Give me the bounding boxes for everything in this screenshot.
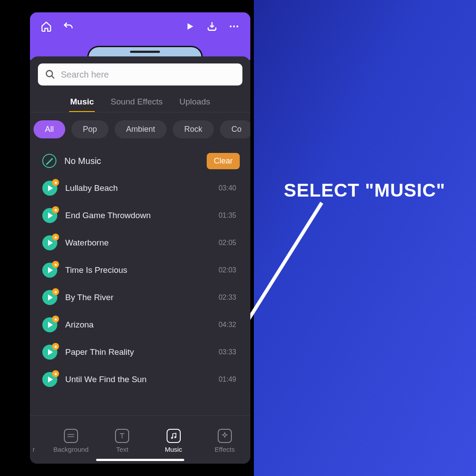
track-row[interactable]: ★ Waterborne 02:05 xyxy=(42,229,242,257)
top-toolbar xyxy=(30,12,250,41)
bottom-nav: r Background Text Music xyxy=(30,415,250,464)
music-sheet: Music Sound Effects Uploads All Pop Ambi… xyxy=(30,56,250,464)
undo-icon[interactable] xyxy=(62,20,75,33)
track-row[interactable]: ★ Lullaby Beach 03:40 xyxy=(42,175,242,202)
tab-sound-effects[interactable]: Sound Effects xyxy=(110,93,164,112)
phone-frame: Music Sound Effects Uploads All Pop Ambi… xyxy=(30,12,250,464)
no-music-row[interactable]: No Music Clear xyxy=(42,147,242,175)
info-panel xyxy=(254,0,476,476)
track-duration: 04:32 xyxy=(219,321,242,329)
play-track-icon[interactable]: ★ xyxy=(42,263,57,278)
track-row[interactable]: ★ Time Is Precious 02:03 xyxy=(42,257,242,284)
genre-chips: All Pop Ambient Rock Co xyxy=(30,112,250,142)
no-music-label: No Music xyxy=(64,156,199,166)
effects-icon xyxy=(218,429,232,443)
callout-text: SELECT "MUSIC" xyxy=(284,180,446,201)
tab-music[interactable]: Music xyxy=(69,93,95,112)
home-icon[interactable] xyxy=(40,20,53,33)
play-track-icon[interactable]: ★ xyxy=(42,345,57,360)
nav-effects[interactable]: Effects xyxy=(199,429,250,453)
track-row[interactable]: ★ Paper Thin Reality 03:33 xyxy=(42,338,242,366)
track-title: Time Is Precious xyxy=(65,265,211,275)
tab-uploads[interactable]: Uploads xyxy=(178,93,211,112)
nav-label: Background xyxy=(53,446,89,453)
play-icon[interactable] xyxy=(183,20,197,33)
clear-button[interactable]: Clear xyxy=(207,153,240,169)
track-row[interactable]: ★ Arizona 04:32 xyxy=(42,311,242,338)
chip-ambient[interactable]: Ambient xyxy=(115,120,167,138)
track-duration: 02:33 xyxy=(219,294,242,301)
play-track-icon[interactable]: ★ xyxy=(42,372,57,387)
track-list: No Music Clear ★ Lullaby Beach 03:40 ★ E… xyxy=(30,142,250,415)
nav-label: Music xyxy=(165,446,182,453)
play-track-icon[interactable]: ★ xyxy=(42,290,57,305)
track-title: Until We Find the Sun xyxy=(65,375,211,384)
svg-point-5 xyxy=(233,26,235,27)
nav-music[interactable]: Music xyxy=(148,429,199,453)
home-indicator xyxy=(96,459,184,461)
svg-line-8 xyxy=(52,76,54,78)
nav-background[interactable]: Background xyxy=(45,429,97,453)
track-duration: 03:33 xyxy=(219,348,242,356)
download-icon[interactable] xyxy=(205,20,219,33)
track-row[interactable]: ★ By The River 02:33 xyxy=(42,284,242,311)
category-tabs: Music Sound Effects Uploads xyxy=(30,92,250,112)
premium-badge-icon: ★ xyxy=(52,179,59,186)
no-music-icon xyxy=(42,154,56,168)
track-title: Paper Thin Reality xyxy=(65,347,211,357)
svg-point-10 xyxy=(175,437,176,438)
svg-point-9 xyxy=(171,437,172,439)
chip-rock[interactable]: Rock xyxy=(173,120,214,138)
nav-edge[interactable]: r xyxy=(30,429,45,453)
search-box[interactable] xyxy=(38,63,242,86)
chip-more[interactable]: Co xyxy=(220,120,250,138)
premium-badge-icon: ★ xyxy=(52,261,59,268)
play-track-icon[interactable]: ★ xyxy=(42,208,57,223)
background-icon xyxy=(64,429,78,443)
search-icon xyxy=(45,69,56,80)
text-icon xyxy=(115,429,129,443)
track-duration: 02:05 xyxy=(219,239,242,247)
chip-all[interactable]: All xyxy=(33,120,65,138)
more-icon[interactable] xyxy=(227,20,241,33)
track-duration: 01:35 xyxy=(219,212,242,219)
svg-point-7 xyxy=(46,71,52,77)
music-icon xyxy=(167,429,181,443)
track-row[interactable]: ★ End Game Throwdown 01:35 xyxy=(42,202,242,229)
svg-point-6 xyxy=(236,26,238,27)
nav-text[interactable]: Text xyxy=(97,429,148,453)
play-track-icon[interactable]: ★ xyxy=(42,317,57,332)
premium-badge-icon: ★ xyxy=(52,316,59,323)
premium-badge-icon: ★ xyxy=(52,234,59,241)
track-title: Waterborne xyxy=(65,238,211,248)
chip-pop[interactable]: Pop xyxy=(71,120,108,138)
play-track-icon[interactable]: ★ xyxy=(42,235,57,250)
premium-badge-icon: ★ xyxy=(52,343,59,350)
premium-badge-icon: ★ xyxy=(52,370,59,377)
nav-label: Effects xyxy=(215,446,235,453)
nav-label: Text xyxy=(116,446,129,453)
search-input[interactable] xyxy=(61,70,235,80)
track-title: End Game Throwdown xyxy=(65,211,211,220)
track-duration: 02:03 xyxy=(219,266,242,274)
track-title: Lullaby Beach xyxy=(65,183,211,193)
premium-badge-icon: ★ xyxy=(52,206,59,213)
track-title: By The River xyxy=(65,293,211,302)
play-track-icon[interactable]: ★ xyxy=(42,181,57,196)
track-duration: 03:40 xyxy=(219,184,242,192)
track-title: Arizona xyxy=(65,320,211,330)
premium-badge-icon: ★ xyxy=(52,288,59,295)
track-duration: 01:49 xyxy=(219,376,242,383)
track-row[interactable]: ★ Until We Find the Sun 01:49 xyxy=(42,366,242,393)
svg-point-4 xyxy=(230,26,231,27)
